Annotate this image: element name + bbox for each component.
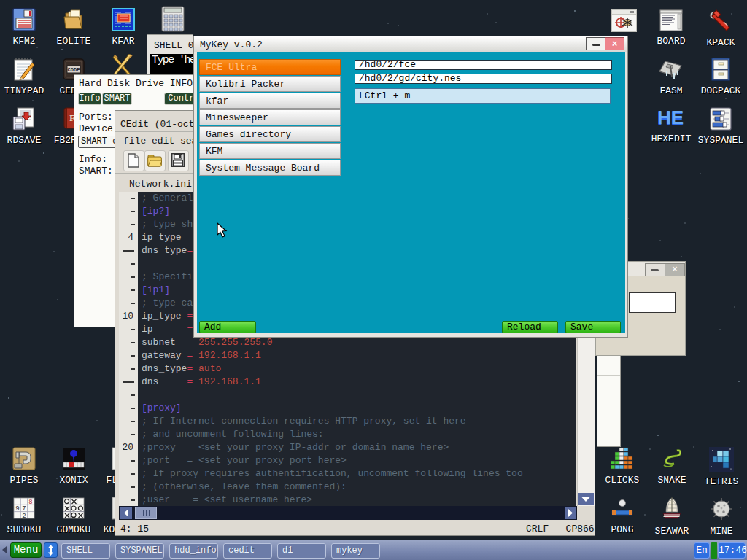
- svg-text:CODE: CODE: [68, 67, 80, 73]
- svg-text:HE: HE: [657, 106, 684, 128]
- svg-text:9: 9: [15, 505, 19, 513]
- svg-text:2: 2: [22, 513, 26, 520]
- svg-text:7: 7: [22, 505, 26, 513]
- svg-text:8: 8: [28, 499, 32, 506]
